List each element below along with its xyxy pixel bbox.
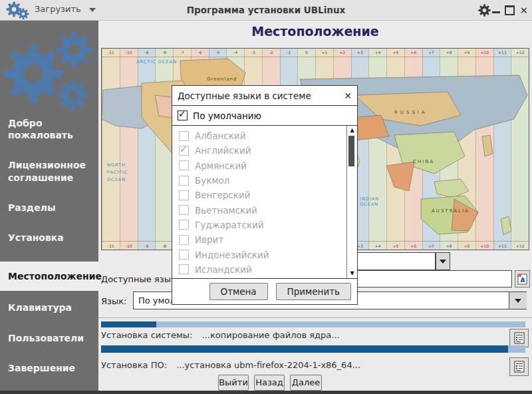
language-list-item[interactable]: Венгерский — [172, 188, 346, 202]
scrollbar-thumb[interactable] — [348, 136, 354, 166]
window-bottom-edge — [0, 391, 532, 394]
timezone-column[interactable]: -10-10 — [120, 49, 138, 250]
software-progress-text: Установка ПО: ...установка ubm-firefox-2… — [101, 360, 360, 370]
checkbox-icon — [179, 205, 189, 215]
language-list-viewport: АлбанскийАнглийскийАрмянскийБукмолВенгер… — [172, 126, 357, 278]
scrollbar[interactable]: ▲ ▼ — [346, 126, 357, 278]
utc-offset-label: -1 — [281, 50, 298, 55]
chevron-down-icon — [89, 8, 96, 12]
language-list-item[interactable]: Букмол — [172, 173, 346, 188]
utc-offset-label: +6 — [405, 244, 422, 248]
language-list-item[interactable]: Индонезийский — [172, 247, 346, 262]
timezone-dropdown-button[interactable] — [436, 252, 450, 270]
timezone-column[interactable]: +4+4 — [368, 49, 386, 250]
language-item-label: Иврит — [195, 234, 223, 245]
scroll-down-icon[interactable]: ▼ — [347, 270, 357, 278]
cancel-button[interactable]: Отмена — [209, 283, 268, 300]
language-item-label: Венгерский — [195, 190, 251, 200]
checkbox-icon — [179, 250, 189, 260]
divider — [98, 317, 532, 318]
timezone-column[interactable]: -8-8 — [155, 49, 173, 250]
back-button[interactable]: Назад — [254, 375, 285, 391]
utc-offset-label: +11 — [494, 50, 511, 55]
system-log-button[interactable] — [509, 329, 529, 347]
translate-button[interactable]: A — [515, 270, 530, 288]
language-list-item[interactable]: Гуджаратский — [172, 218, 346, 232]
sidebar-item[interactable]: Клавиатура — [0, 301, 98, 313]
sidebar-item[interactable]: Местоположение — [0, 262, 98, 291]
timezone-column[interactable]: -9-9 — [138, 49, 156, 250]
language-list-item[interactable]: Вьетнамский — [172, 202, 346, 217]
utc-offset-label: -8 — [156, 50, 173, 55]
checkbox-checked-icon — [179, 146, 189, 156]
chevron-down-icon — [515, 299, 521, 303]
system-progress-bar — [101, 321, 525, 327]
next-button[interactable]: Далее — [290, 375, 322, 391]
maximize-icon[interactable] — [505, 5, 515, 15]
timezone-column[interactable]: +5+5 — [386, 49, 404, 250]
sidebar-item[interactable]: Лицензионное соглашение — [0, 159, 98, 183]
timezone-column[interactable]: +10+10 — [475, 49, 493, 250]
checkbox-checked-icon[interactable] — [178, 110, 188, 120]
utc-offset-label: -7 — [174, 50, 191, 55]
apply-button[interactable]: Применить — [276, 283, 351, 300]
timezone-column[interactable]: +8+8 — [440, 49, 458, 250]
language-item-label: Гуджаратский — [195, 220, 264, 230]
language-list-item[interactable]: Исландский — [172, 262, 346, 277]
close-window-icon[interactable]: ✕ — [519, 6, 528, 15]
installer-window: Загрузить Программа установки UBLinux ✕ — [0, 0, 532, 394]
quit-button[interactable]: Выйти — [218, 375, 249, 391]
utc-offset-label: -2 — [263, 50, 280, 55]
dialog-close-icon[interactable]: ✕ — [344, 91, 352, 101]
utc-offset-label: +7 — [423, 244, 440, 248]
timezone-column[interactable]: +6+6 — [404, 49, 422, 250]
map-top-band-line — [102, 57, 529, 57]
language-list-item[interactable]: Иврит — [172, 232, 346, 247]
utc-offset-label: -9 — [138, 50, 156, 55]
settings-gear-icon[interactable] — [478, 4, 491, 17]
default-language-row[interactable]: По умолчанию — [172, 106, 357, 126]
log-icon — [514, 361, 525, 373]
software-progress-status: ...установка ubm-firefox-2204-1-x86_64..… — [176, 360, 360, 370]
timezone-column[interactable]: +9+9 — [458, 49, 475, 250]
sidebar-item[interactable]: Добро пожаловать — [0, 117, 98, 141]
utc-offset-label: +12 — [511, 50, 529, 55]
sidebar-item[interactable]: Завершение — [0, 362, 98, 374]
timezone-column[interactable]: +7+7 — [422, 49, 440, 250]
svg-text:A: A — [521, 277, 525, 284]
timezone-column[interactable]: +12+12 — [511, 49, 529, 250]
sidebar-item[interactable]: Установка — [0, 232, 98, 244]
system-progress-fill — [101, 321, 156, 327]
utc-offset-label: -5 — [209, 50, 227, 55]
language-item-label: Вьетнамский — [195, 205, 257, 216]
language-dropdown-button[interactable] — [509, 292, 527, 309]
language-list-item[interactable]: Армянский — [172, 158, 346, 173]
language-list-item[interactable]: Английский — [172, 143, 346, 158]
title-bar: Загрузить Программа установки UBLinux ✕ — [0, 0, 532, 21]
software-progress-fill — [101, 345, 508, 353]
timezone-column[interactable]: -11-11 — [102, 49, 120, 250]
app-gears-icon — [5, 1, 29, 19]
language-item-label: Исландский — [195, 264, 252, 275]
load-menu-label: Загрузить — [35, 4, 81, 14]
available-languages-dialog: Доступные языки в системе ✕ По умолчанию… — [172, 85, 358, 305]
checkbox-icon — [179, 190, 189, 200]
language-list-item[interactable]: Итальянский — [172, 277, 346, 278]
checkbox-icon — [179, 235, 189, 245]
utc-offset-label: -10 — [120, 50, 138, 55]
page-title: Местоположение — [98, 24, 532, 39]
load-menu-button[interactable]: Загрузить — [35, 4, 96, 14]
language-item-label: Букмол — [195, 175, 229, 186]
sidebar-item[interactable]: Разделы — [0, 202, 98, 214]
scroll-up-icon[interactable]: ▲ — [347, 126, 357, 134]
system-progress-status: ...копирование файлов ядра... — [202, 330, 340, 340]
sidebar-item[interactable]: Пользователи — [0, 332, 98, 344]
timezone-column[interactable]: +11+11 — [493, 49, 511, 250]
software-progress-bar — [101, 345, 525, 353]
language-list-item[interactable]: Албанский — [172, 128, 346, 143]
window-title: Программа установки UBLinux — [133, 5, 399, 15]
software-log-button[interactable] — [509, 357, 529, 376]
minimize-icon[interactable] — [492, 11, 500, 13]
checkbox-icon — [179, 220, 189, 230]
utc-offset-label: +4 — [369, 50, 386, 55]
